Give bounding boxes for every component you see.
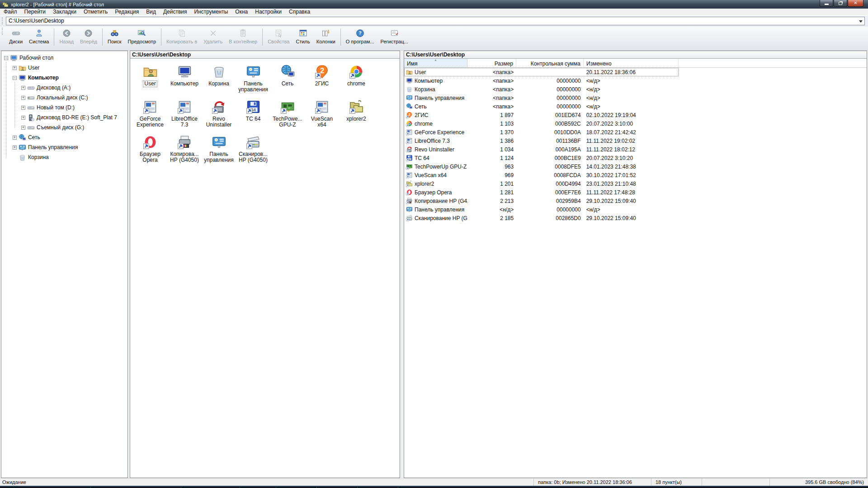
file-row-0[interactable]: User<папка>20.11.2022 18:36:06: [404, 68, 679, 76]
desktop-item-10[interactable]: 64TC 64: [236, 99, 270, 134]
desktop-item-7[interactable]: GeForce Experience: [133, 99, 167, 134]
expand-icon[interactable]: +: [13, 66, 17, 70]
file-name-cell: User: [405, 69, 468, 75]
tree-item-9[interactable]: +Панель управления: [1, 142, 127, 152]
file-row-3[interactable]: Панель управления<папка>00000000<н/д>: [404, 94, 679, 102]
tree-item-4[interactable]: +Локальный диск (C:): [1, 93, 127, 103]
tree-item-8[interactable]: +Сеть: [1, 132, 127, 142]
column-header-1[interactable]: Размер: [467, 59, 516, 67]
expand-icon[interactable]: +: [21, 106, 25, 110]
toolbar-button-delete[interactable]: Удалить: [200, 28, 226, 46]
menu-item-3[interactable]: Отметить: [80, 9, 111, 15]
toolbar-button-back[interactable]: Назад: [56, 28, 77, 46]
left-pane-path-header[interactable]: C:\Users\User\Desktop: [130, 51, 400, 59]
desktop-item-5[interactable]: 22ГИС: [305, 63, 339, 99]
toolbar-button-container[interactable]: В контейнер: [226, 28, 260, 46]
menu-item-1[interactable]: Перейти: [21, 9, 50, 15]
desktop-item-4[interactable]: Сеть: [270, 63, 305, 99]
toolbar-separator: [161, 28, 161, 46]
address-dropdown-icon[interactable]: [859, 20, 863, 23]
file-row-17[interactable]: Сканирование HP (G...2 185002865D029.10.…: [404, 214, 679, 222]
expand-icon[interactable]: +: [21, 116, 25, 120]
desktop-item-17[interactable]: Сканиров... HP (G4050): [236, 134, 270, 169]
toolbar-button-columns[interactable]: Колонки: [313, 28, 339, 46]
toolbar-button-forward[interactable]: Вперёд: [77, 28, 100, 46]
toolbar-button-system[interactable]: Система: [26, 28, 52, 46]
menu-item-5[interactable]: Вид: [142, 9, 160, 15]
file-row-16[interactable]: Панель управления<н/д>00000000<н/д>: [404, 205, 679, 214]
control-panel-icon: [19, 144, 26, 151]
file-row-12[interactable]: VueScan x649690008FCDA30.10.2022 17:01:5…: [404, 171, 679, 179]
address-input[interactable]: [6, 17, 865, 25]
desktop-item-11[interactable]: TechPowe... GPU-Z: [270, 99, 305, 134]
desktop-item-8[interactable]: LibreOffice 7.3: [167, 99, 202, 134]
file-row-9[interactable]: Revo Uninstaller1 034000A195A11.11.2022 …: [404, 145, 679, 154]
toolbar-button-search[interactable]: Поиск: [104, 28, 124, 46]
toolbar-button-props[interactable]: Свойства: [264, 28, 292, 46]
desktop-item-12[interactable]: VueScan x64: [305, 99, 339, 134]
toolbar-button-reg[interactable]: Регистрац...: [377, 28, 411, 46]
windows-taskbar-edge[interactable]: [0, 486, 868, 488]
desktop-item-15[interactable]: Копирова... HP (G4050): [167, 134, 202, 169]
file-row-13[interactable]: xplorer21 201000D499423.01.2023 21:10:48: [404, 179, 679, 188]
toolbar-button-copy[interactable]: Копировать в: [163, 28, 200, 46]
tree-item-3[interactable]: +Дисковод (A:): [1, 83, 127, 93]
column-header-2[interactable]: Контрольная сумма: [516, 59, 584, 67]
collapse-icon[interactable]: −: [4, 56, 8, 60]
desktop-item-9[interactable]: Revo Uninstaller: [202, 99, 236, 134]
tree-item-7[interactable]: +Съемный диск (G:): [1, 122, 127, 132]
close-button[interactable]: ✕: [848, 0, 863, 7]
menu-item-10[interactable]: Справка: [285, 9, 314, 15]
status-free-space: 395.6 GB свободно (84%): [769, 479, 868, 486]
file-row-5[interactable]: 22ГИС1 897001ED67402.10.2022 19:19:04: [404, 111, 679, 119]
expand-icon[interactable]: +: [13, 145, 17, 150]
file-row-11[interactable]: TechPowerUp GPU-Z9630008DFE514.01.2023 2…: [404, 162, 679, 171]
tree-item-5[interactable]: +Новый том (D:): [1, 103, 127, 113]
toolbar-grip-icon[interactable]: [2, 17, 3, 24]
menu-item-0[interactable]: Файл: [0, 9, 21, 15]
menu-item-8[interactable]: Окна: [231, 9, 251, 15]
expand-icon[interactable]: +: [13, 136, 17, 140]
toolbar-button-about[interactable]: ?О програм...: [343, 28, 377, 46]
column-header-0[interactable]: ▲Имя: [404, 59, 467, 67]
file-row-1[interactable]: Компьютер<папка>00000000<н/д>: [404, 76, 679, 85]
collapse-icon[interactable]: −: [13, 76, 17, 80]
expand-icon[interactable]: +: [21, 96, 25, 100]
file-row-7[interactable]: GeForce Experience1 3700010DD0A18.07.202…: [404, 128, 679, 136]
desktop-item-6[interactable]: chrome: [339, 63, 373, 99]
desktop-item-0[interactable]: User: [133, 63, 167, 99]
menu-item-7[interactable]: Инструменты: [191, 9, 232, 15]
expand-icon[interactable]: +: [21, 126, 25, 130]
restore-button[interactable]: [834, 0, 847, 7]
minimize-button[interactable]: [820, 0, 833, 7]
desktop-item-13[interactable]: xplorer2: [339, 99, 373, 134]
toolbar-button-preview[interactable]: Предосмотр: [124, 28, 159, 46]
column-header-3[interactable]: Изменено: [584, 59, 679, 67]
right-pane-path-header[interactable]: C:\Users\User\Desktop: [404, 51, 867, 59]
toolbar-button-style[interactable]: Стиль: [292, 28, 313, 46]
file-row-2[interactable]: Корзина<папка>00000000<н/д>: [404, 85, 679, 94]
file-row-6[interactable]: chrome1 103000B592C20.07.2022 3:10:00: [404, 119, 679, 128]
menu-item-6[interactable]: Действия: [160, 9, 191, 15]
file-row-8[interactable]: LibreOffice 7.31 386001136BF11.11.2022 1…: [404, 136, 679, 145]
desktop-item-2[interactable]: Корзина: [202, 63, 236, 99]
desktop-item-14[interactable]: Браузер Opera: [133, 134, 167, 169]
toolbar-button-drives[interactable]: Диски: [6, 28, 26, 46]
tree-item-6[interactable]: +Дисковод BD-RE (E:) Soft_Plat 7: [1, 113, 127, 122]
expand-icon[interactable]: +: [21, 86, 25, 90]
file-row-15[interactable]: Копирование HP (G4...2 213002959B429.10.…: [404, 197, 679, 205]
menu-item-2[interactable]: Закладки: [49, 9, 80, 15]
file-row-14[interactable]: Браузер Opera1 281000EF7E611.11.2022 17:…: [404, 188, 679, 197]
tree-item-1[interactable]: +User: [1, 63, 127, 73]
tree-item-2[interactable]: −Компьютер: [1, 73, 127, 83]
file-row-4[interactable]: Сеть<папка>00000000<н/д>: [404, 102, 679, 111]
menu-item-9[interactable]: Настройки: [251, 9, 285, 15]
tree-item-0[interactable]: −Рабочий стол: [1, 53, 127, 63]
file-row-10[interactable]: 64TC 641 124000BC1E920.07.2022 3:10:20: [404, 154, 679, 162]
desktop-item-3[interactable]: Панель управления: [236, 63, 270, 99]
desktop-item-16[interactable]: Панель управления: [202, 134, 236, 169]
menu-item-4[interactable]: Редакция: [111, 9, 142, 15]
toolbar-grip-icon[interactable]: [2, 28, 3, 35]
tree-item-10[interactable]: +Корзина: [1, 152, 127, 162]
desktop-item-1[interactable]: Компьютер: [167, 63, 202, 99]
